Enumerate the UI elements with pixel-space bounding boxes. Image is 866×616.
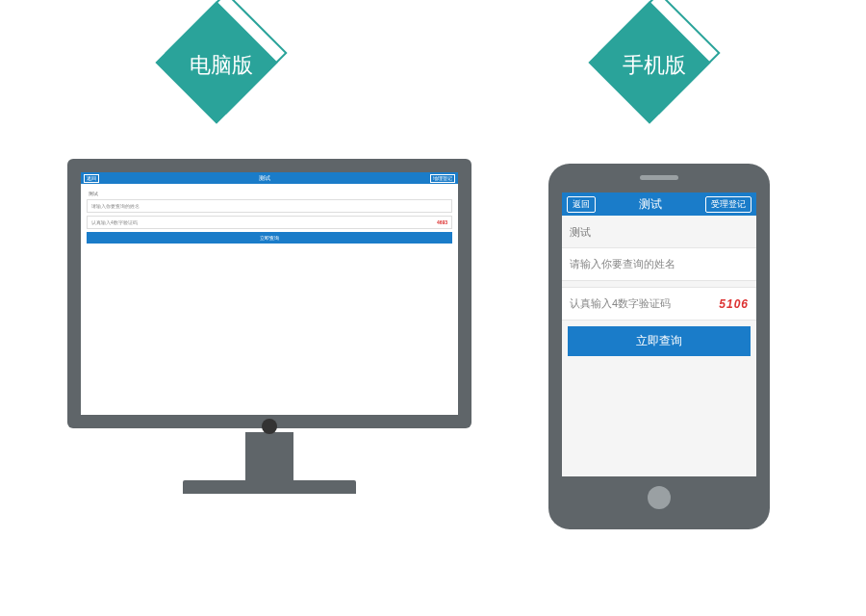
- page-title: 测试: [259, 174, 270, 183]
- back-button[interactable]: 返回: [84, 174, 99, 183]
- captcha-placeholder: 认真输入4数字验证码: [91, 219, 138, 225]
- mobile-header-bar: 返回 测试 受理登记: [562, 192, 756, 216]
- name-placeholder: 请输入你要查询的姓名: [570, 257, 675, 271]
- monitor-bezel: 返回 测试 地理登记 测试 请输入你要查询的姓名 认真输入4数字验证码 4693…: [67, 159, 471, 428]
- admin-button[interactable]: 受理登记: [705, 196, 751, 213]
- monitor-camera-icon: [262, 419, 277, 434]
- desktop-monitor: 返回 测试 地理登记 测试 请输入你要查询的姓名 认真输入4数字验证码 4693…: [67, 159, 471, 494]
- submit-button[interactable]: 立即查询: [568, 326, 751, 356]
- captcha-input[interactable]: 认真输入4数字验证码 4693: [87, 216, 452, 229]
- mobile-form: 测试 请输入你要查询的姓名 认真输入4数字验证码 5106 立即查询: [562, 216, 756, 356]
- phone-speaker-icon: [640, 175, 678, 180]
- phone-screen: 返回 测试 受理登记 测试 请输入你要查询的姓名 认真输入4数字验证码 5106…: [562, 192, 756, 476]
- admin-button[interactable]: 地理登记: [430, 174, 455, 183]
- mobile-badge-label: 手机版: [597, 51, 712, 80]
- submit-button[interactable]: 立即查询: [87, 232, 452, 244]
- captcha-placeholder: 认真输入4数字验证码: [570, 296, 671, 311]
- back-button[interactable]: 返回: [567, 196, 596, 213]
- desktop-badge: 电脑版: [164, 5, 279, 120]
- captcha-image[interactable]: 4693: [437, 219, 447, 225]
- mobile-phone: 返回 测试 受理登记 测试 请输入你要查询的姓名 认真输入4数字验证码 5106…: [548, 164, 770, 529]
- home-button-icon[interactable]: [648, 486, 671, 509]
- mobile-badge: 手机版: [597, 5, 712, 120]
- monitor-base: [183, 480, 356, 494]
- captcha-input[interactable]: 认真输入4数字验证码 5106: [562, 287, 756, 321]
- captcha-image[interactable]: 5106: [719, 297, 749, 311]
- desktop-form: 测试 请输入你要查询的姓名 认真输入4数字验证码 4693 立即查询: [81, 184, 458, 247]
- desktop-header-bar: 返回 测试 地理登记: [81, 172, 458, 184]
- name-input[interactable]: 请输入你要查询的姓名: [562, 247, 756, 281]
- monitor-neck: [245, 432, 293, 480]
- section-label: 测试: [562, 216, 756, 247]
- monitor-screen: 返回 测试 地理登记 测试 请输入你要查询的姓名 认真输入4数字验证码 4693…: [81, 172, 458, 415]
- section-label: 测试: [87, 188, 452, 199]
- name-placeholder: 请输入你要查询的姓名: [91, 203, 140, 209]
- name-input[interactable]: 请输入你要查询的姓名: [87, 199, 452, 213]
- page-title: 测试: [639, 196, 662, 213]
- desktop-badge-label: 电脑版: [164, 51, 279, 80]
